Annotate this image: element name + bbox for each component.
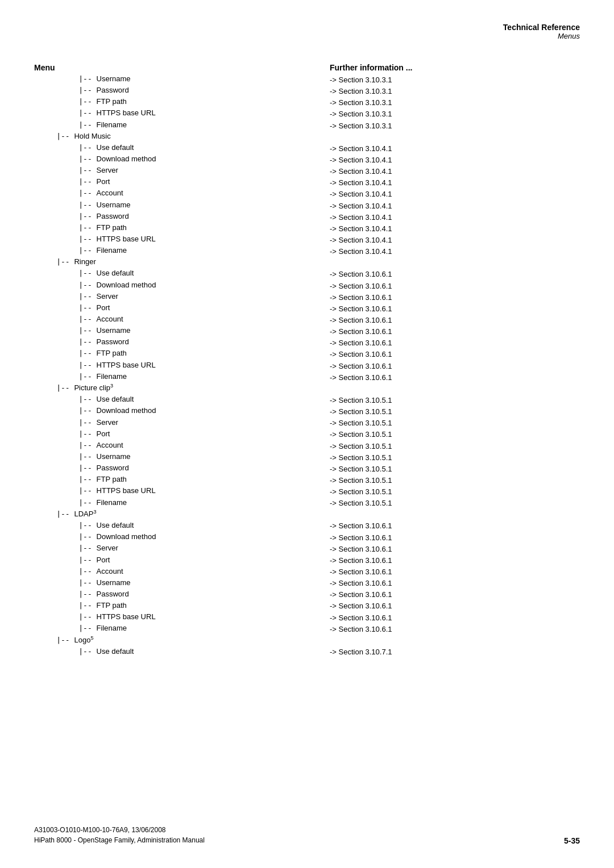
menu-item: |-- LDAP3 [34, 508, 330, 520]
menu-item-prefix: |-- [34, 96, 97, 107]
menu-item-prefix: |-- [34, 371, 97, 382]
info-item: -> Section 3.10.4.1 [330, 189, 580, 200]
menu-item: |-- Download method [34, 153, 330, 165]
info-item: -> Section 3.10.4.1 [330, 235, 580, 246]
menu-item: |-- Filename [34, 119, 330, 131]
menu-item-prefix: |-- [34, 485, 97, 496]
menu-item-prefix: |-- [34, 211, 97, 222]
info-item: -> Section 3.10.4.1 [330, 177, 580, 189]
page-footer: A31003-O1010-M100-10-76A9, 13/06/2008 Hi… [34, 825, 580, 845]
info-item: -> Section 3.10.5.1 [330, 464, 580, 475]
menu-item: |-- HTTPS base URL [34, 233, 330, 245]
menu-item: |-- Account [34, 314, 330, 325]
menu-item: |-- Download method [34, 279, 330, 291]
menu-item-prefix: |-- [34, 348, 97, 359]
info-item: -> Section 3.10.6.1 [330, 269, 580, 280]
footer-left: A31003-O1010-M100-10-76A9, 13/06/2008 Hi… [34, 825, 205, 845]
menu-item-label: Password [97, 589, 129, 600]
menu-item: |-- Server [34, 165, 330, 176]
menu-item-prefix: |-- [34, 566, 97, 577]
footer-line2: HiPath 8000 - OpenStage Family, Administ… [34, 835, 205, 845]
menu-item-label: Filename [97, 119, 127, 131]
menu-item-label: HTTPS base URL [97, 360, 156, 371]
menu-item-label: Filename [97, 623, 127, 634]
menu-item-prefix: |-- [34, 153, 97, 165]
info-item: -> Section 3.10.4.1 [330, 166, 580, 177]
menu-item: |-- Username [34, 451, 330, 462]
menu-item: |-- HTTPS base URL [34, 107, 330, 119]
menu-item: |-- Use default [34, 142, 330, 153]
menu-item-label: Hold Music [74, 131, 110, 142]
menu-item-label: LDAP3 [74, 508, 96, 520]
menu-item: |-- FTP path [34, 600, 330, 611]
menu-item-label: Download method [97, 531, 156, 542]
menu-item-prefix: |-- [34, 142, 97, 153]
menu-item-prefix: |-- [34, 291, 97, 302]
menu-item-prefix: |-- [34, 577, 97, 589]
menu-item: |-- Port [34, 176, 330, 187]
menu-item: |-- Logo5 [34, 635, 330, 646]
menu-item-label: HTTPS base URL [97, 233, 156, 245]
menu-item-prefix: |-- [34, 542, 97, 554]
menu-item-prefix: |-- [34, 85, 97, 96]
menu-item-prefix: |-- [34, 623, 97, 634]
menu-item-label: Username [97, 325, 131, 336]
menu-item: |-- FTP path [34, 96, 330, 107]
menu-item-prefix: |-- [34, 531, 97, 542]
menu-item-label: FTP path [97, 96, 127, 107]
info-item: -> Section 3.10.6.1 [330, 292, 580, 303]
menu-item: |-- Port [34, 554, 330, 566]
menu-item-label: HTTPS base URL [97, 485, 156, 496]
menu-item: |-- HTTPS base URL [34, 360, 330, 371]
menu-item-prefix: |-- [34, 336, 97, 348]
menu-rows: |-- Username |-- Password |-- FTP path |… [34, 73, 330, 657]
menu-item: |-- Filename [34, 371, 330, 382]
menu-item-label: Port [97, 554, 110, 566]
info-item [330, 509, 580, 520]
menu-item: |-- Use default [34, 268, 330, 279]
menu-item: |-- Server [34, 542, 330, 554]
menu-item-label: Server [97, 542, 118, 554]
menu-item-prefix: |-- [34, 325, 97, 336]
menu-item: |-- Hold Music [34, 131, 330, 142]
menu-item-prefix: |-- [34, 233, 97, 245]
menu-item: |-- Filename [34, 245, 330, 256]
info-column: Further information ... -> Section 3.10.… [330, 63, 580, 658]
menu-item-label: Port [97, 302, 110, 314]
menu-item-prefix: |-- [34, 417, 97, 428]
info-item: -> Section 3.10.6.1 [330, 589, 580, 600]
menu-item-prefix: |-- [34, 187, 97, 199]
menu-item: |-- Port [34, 428, 330, 440]
footer-page-number: 5-35 [564, 836, 580, 845]
info-item: -> Section 3.10.6.1 [330, 349, 580, 360]
info-item [330, 383, 580, 395]
menu-item: |-- HTTPS base URL [34, 611, 330, 623]
menu-item-label: Account [97, 314, 123, 325]
info-item: -> Section 3.10.6.1 [330, 555, 580, 566]
info-item: -> Section 3.10.6.1 [330, 315, 580, 326]
menu-item-label: Username [97, 577, 131, 589]
info-item: -> Section 3.10.5.1 [330, 486, 580, 498]
menu-item-label: Account [97, 187, 123, 199]
footer-line1: A31003-O1010-M100-10-76A9, 13/06/2008 [34, 825, 205, 835]
menu-item-label: Ringer [74, 256, 96, 268]
menu-item-prefix: |-- [34, 394, 97, 405]
info-item [330, 257, 580, 269]
menu-item-label: FTP path [97, 600, 127, 611]
menu-item: |-- Password [34, 589, 330, 600]
menu-item-label: Password [97, 211, 129, 222]
info-item: -> Section 3.10.6.1 [330, 566, 580, 578]
menu-item: |-- Username [34, 577, 330, 589]
menu-item: |-- Server [34, 417, 330, 428]
menu-item-label: Use default [97, 646, 134, 657]
menu-item-prefix: |-- [34, 165, 97, 176]
menu-item-label: Port [97, 428, 110, 440]
menu-item-label: Use default [97, 520, 134, 531]
menu-item: |-- Username [34, 325, 330, 336]
menu-item-prefix: |-- [34, 382, 74, 394]
menu-item-prefix: |-- [34, 508, 74, 520]
info-column-header: Further information ... [330, 63, 580, 72]
page: Technical Reference Menus Menu |-- Usern… [0, 0, 614, 868]
menu-item-label: Filename [97, 245, 127, 256]
menu-item-prefix: |-- [34, 611, 97, 623]
